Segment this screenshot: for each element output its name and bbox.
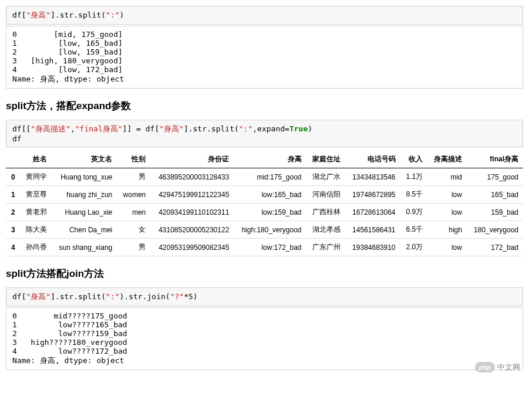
code-text: ].str.split( [50,292,106,301]
table-cell: Chen Da_mei [52,221,117,239]
code-cell-2: df[["身高描述","final身高"]] = df["身高"].str.sp… [6,120,523,147]
table-cell: 河南信阳 [306,186,346,204]
table-cell: 175_good [467,168,523,186]
table-cell: high:180_verygood [234,221,306,239]
table-cell: 广西桂林 [306,204,346,221]
table-cell: 黄老邪 [20,204,52,221]
table-header: 性别 [117,151,150,168]
row-index: 0 [6,168,20,186]
code-text: * [184,292,188,301]
table-cell: 429475199912122345 [150,186,234,204]
table-cell: mid:175_good [234,168,306,186]
table-cell: women [117,186,150,204]
code-string: "final身高" [75,124,123,133]
table-header: 身高 [234,151,306,168]
table-cell: 13434813546 [345,168,400,186]
table-cell: 1.1万 [400,168,428,186]
output-cell-3: 0 mid?????175_good 1 low?????165_bad 2 l… [6,307,523,370]
watermark-text: 中文网 [497,362,520,372]
code-string: "身高" [26,292,50,301]
table-cell: 广东广州 [306,239,346,256]
table-cell: 0.9万 [400,204,428,221]
table-row: 4孙尚香sun shang_xiang男420953199509082345lo… [6,239,523,256]
table-cell: mid [427,168,467,186]
code-text: df[ [12,11,26,19]
table-cell: 孙尚香 [20,239,52,256]
code-text: ) [193,292,198,301]
output-dataframe: 姓名英文名性别身份证身高家庭住址电话号码收入身高描述final身高 0黄同学Hu… [6,151,523,256]
code-text: df[ [12,292,26,301]
code-string: ":" [106,11,119,19]
table-cell: 8.5千 [400,186,428,204]
table-row: 0黄同学Huang tong_xue男463895200003128433mid… [6,168,523,186]
table-cell: 420934199110102311 [150,204,234,221]
table-header: 收入 [400,151,428,168]
watermark: php 中文网 [475,362,520,372]
table-cell: 2.0万 [400,239,428,256]
code-string: "身高描述" [31,124,70,133]
code-text: , [70,124,75,133]
table-cell: 湖北广水 [306,168,346,186]
table-cell: low [427,186,467,204]
table-cell: 黄同学 [20,168,52,186]
table-cell: 16728613064 [345,204,400,221]
table-header: 家庭住址 [306,151,346,168]
row-index: 2 [6,204,20,221]
code-string: ":" [106,292,119,301]
table-cell: sun shang_xiang [52,239,117,256]
table-cell: 女 [117,221,150,239]
code-text: ].str.split( [50,11,106,19]
table-cell: low [427,239,467,256]
table-cell: 湖北孝感 [306,221,346,239]
row-index: 1 [6,186,20,204]
table-cell: 159_bad [467,204,523,221]
code-cell-3: df["身高"].str.split(":").str.join("?"*5) [6,287,523,306]
code-keyword: True [289,124,308,133]
table-cell: low [427,204,467,221]
table-cell: 19748672895 [345,186,400,204]
table-cell: 19384683910 [345,239,400,256]
code-cell-1: df["身高"].str.split(":") [6,6,523,25]
table-cell: huang zhi_zun [52,186,117,204]
table-header: 身份证 [150,151,234,168]
table-cell: 男 [117,239,150,256]
code-text: ).str.join( [120,292,170,301]
table-cell: 14561586431 [345,221,400,239]
code-number: 5 [188,292,193,301]
table-header: 身高描述 [427,151,467,168]
table-cell: low:159_bad [234,204,306,221]
code-string: ":" [239,124,252,133]
table-cell: low:165_bad [234,186,306,204]
heading-split-expand: split方法，搭配expand参数 [6,99,523,113]
code-text: ].str.split( [184,124,239,133]
table-header: 电话号码 [345,151,400,168]
table-cell: Huang tong_xue [52,168,117,186]
table-cell: high [427,221,467,239]
table-row: 2黄老邪Huang Lao_xiemen420934199110102311lo… [6,204,523,221]
table-cell: 180_verygood [467,221,523,239]
table-cell: men [117,204,150,221]
code-string: "?" [170,292,184,301]
table-cell: 165_bad [467,186,523,204]
table-row: 1黄至尊huang zhi_zunwomen429475199912122345… [6,186,523,204]
row-index: 3 [6,221,20,239]
row-index: 4 [6,239,20,256]
output-cell-1: 0 [mid, 175_good] 1 [low, 165_bad] 2 [lo… [6,26,523,89]
table-header: 姓名 [20,151,52,168]
table-cell: 420953199509082345 [150,239,234,256]
code-text: ) [120,11,124,19]
table-row: 3陈大美Chen Da_mei女431085200005230122high:1… [6,221,523,239]
table-cell: low:172_bad [234,239,306,256]
code-text: ,expand= [252,124,289,133]
heading-split-join: split方法搭配join方法 [6,267,523,280]
table-header: final身高 [467,151,523,168]
table-header [6,151,20,168]
table-cell: 463895200003128433 [150,168,234,186]
table-cell: 6.5千 [400,221,428,239]
table-header: 英文名 [52,151,117,168]
watermark-badge: php [475,362,495,372]
table-cell: 黄至尊 [20,186,52,204]
code-string: "身高" [26,11,50,19]
code-text: ]] = df[ [123,124,160,133]
table-cell: 男 [117,168,150,186]
